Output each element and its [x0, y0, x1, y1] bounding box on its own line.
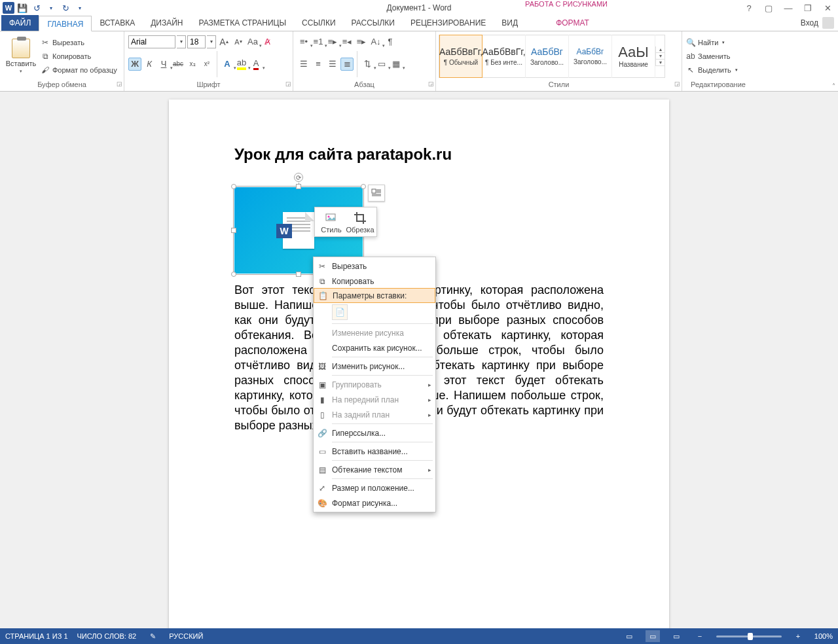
status-page[interactable]: СТРАНИЦА 1 ИЗ 1	[5, 632, 68, 640]
ctx-hyperlink[interactable]: 🔗Гиперссылка...	[314, 425, 435, 440]
ctx-change-picture[interactable]: Изменение рисунка	[314, 325, 435, 340]
styles-gallery[interactable]: АаБбВвГг,¶ Обычный АаБбВвГг,¶ Без инте..…	[439, 35, 665, 78]
shading-icon[interactable]: ▭	[375, 58, 388, 71]
handle-tc[interactable]	[296, 184, 301, 189]
style-heading2[interactable]: АаБбВгЗаголово...	[569, 35, 612, 78]
signin[interactable]: Вход	[801, 17, 834, 29]
ctx-send-back[interactable]: ▯На задний план▸	[314, 407, 435, 422]
find-button[interactable]: 🔍Найти▾	[686, 36, 738, 49]
decrease-indent-icon[interactable]: ≡◂	[340, 35, 354, 48]
crop-button[interactable]: Обрезка	[346, 210, 374, 234]
grow-font-icon[interactable]: A▴	[217, 35, 230, 48]
bullets-icon[interactable]: ≡•	[297, 35, 310, 48]
collapse-ribbon-icon[interactable]: ˄	[832, 82, 835, 90]
font-name-dropdown-icon[interactable]: ▾	[177, 35, 186, 48]
replace-button[interactable]: abЗаменить	[686, 50, 738, 63]
multilevel-icon[interactable]: ≡▸	[326, 35, 339, 48]
handle-tr[interactable]	[361, 184, 366, 189]
style-title[interactable]: АаЫНазвание	[612, 35, 655, 78]
sort-icon[interactable]: A↓	[369, 35, 382, 48]
font-name-input[interactable]	[128, 35, 175, 48]
zoom-label[interactable]: 100%	[814, 632, 833, 640]
style-heading1[interactable]: АаБбВгЗаголово...	[526, 35, 569, 78]
tab-design[interactable]: ДИЗАЙН	[143, 15, 191, 31]
clear-formatting-icon[interactable]: A̷	[261, 35, 274, 48]
rotate-handle-icon[interactable]: ⟳	[294, 173, 303, 182]
layout-options-icon[interactable]	[368, 185, 385, 202]
handle-bl[interactable]	[231, 272, 236, 277]
tab-page-layout[interactable]: РАЗМЕТКА СТРАНИЦЫ	[191, 15, 295, 31]
handle-bc[interactable]	[296, 272, 301, 277]
line-spacing-icon[interactable]: ⇅	[361, 58, 374, 71]
zoom-out-icon[interactable]: −	[693, 630, 707, 642]
find-dropdown-icon[interactable]: ▾	[722, 40, 725, 45]
ctx-copy[interactable]: ⧉Копировать	[314, 274, 435, 289]
font-name-combo[interactable]: ▾	[128, 35, 186, 48]
tab-home[interactable]: ГЛАВНАЯ	[39, 16, 92, 31]
handle-tl[interactable]	[231, 184, 236, 189]
handle-ml[interactable]	[231, 228, 236, 233]
style-normal[interactable]: АаБбВвГг,¶ Обычный	[439, 35, 483, 78]
ctx-edit-picture[interactable]: 🖼Изменить рисунок...	[314, 359, 435, 374]
ctx-format-picture[interactable]: 🎨Формат рисунка...	[314, 495, 435, 510]
numbering-icon[interactable]: ≡1	[312, 35, 325, 48]
font-size-dropdown-icon[interactable]: ▾	[207, 35, 216, 48]
status-language[interactable]: РУССКИЙ	[169, 632, 203, 640]
ctx-caption[interactable]: ▭Вставить название...	[314, 444, 435, 459]
align-justify-icon[interactable]: ≣	[340, 58, 354, 71]
close-icon[interactable]: ✕	[820, 2, 835, 14]
subscript-button[interactable]: x₂	[186, 58, 199, 71]
change-case-icon[interactable]: Aa	[246, 35, 259, 48]
undo-dropdown-icon[interactable]: ▾	[45, 1, 58, 14]
app-icon[interactable]: W	[3, 2, 14, 14]
tab-mailings[interactable]: РАССЫЛКИ	[344, 15, 403, 31]
shrink-font-icon[interactable]: A▾	[232, 35, 245, 48]
text-effects-icon[interactable]: A	[221, 58, 234, 71]
select-button[interactable]: ↖Выделить▾	[686, 63, 738, 77]
select-dropdown-icon[interactable]: ▾	[735, 67, 738, 73]
down-icon[interactable]: ▾	[656, 53, 665, 60]
qat-customize-icon[interactable]: ▾	[73, 1, 86, 14]
help-icon[interactable]: ?	[741, 2, 757, 14]
tab-references[interactable]: ССЫЛКИ	[294, 15, 343, 31]
para-dialog-icon[interactable]: ◲	[428, 80, 434, 87]
cut-button[interactable]: ✂Вырезать	[41, 36, 117, 49]
superscript-button[interactable]: x²	[200, 58, 213, 71]
ribbon-options-icon[interactable]: ▢	[761, 2, 776, 14]
paste-button[interactable]: Вставить ▾	[4, 39, 38, 74]
web-layout-icon[interactable]: ▭	[669, 630, 683, 642]
tab-review[interactable]: РЕЦЕНЗИРОВАНИЕ	[403, 15, 494, 31]
paste-dropdown-icon[interactable]: ▾	[20, 69, 22, 74]
redo-icon[interactable]: ↻	[59, 1, 72, 14]
tab-view[interactable]: ВИД	[494, 15, 526, 31]
tab-format[interactable]: ФОРМАТ	[548, 15, 597, 31]
maximize-icon[interactable]: ❐	[800, 2, 816, 14]
minimize-icon[interactable]: —	[780, 2, 796, 14]
underline-button[interactable]: Ч	[157, 58, 170, 71]
ctx-cut[interactable]: ✂Вырезать	[314, 259, 435, 274]
more-icon[interactable]: ▾	[656, 60, 665, 66]
save-icon[interactable]: 💾	[16, 1, 29, 14]
align-left-icon[interactable]: ☰	[297, 58, 310, 71]
highlight-icon[interactable]: ab	[235, 58, 248, 71]
borders-icon[interactable]: ▦	[390, 58, 403, 71]
copy-button[interactable]: ⧉Копировать	[41, 50, 117, 63]
strike-button[interactable]: abc	[172, 58, 185, 71]
up-icon[interactable]: ▴	[656, 46, 665, 53]
status-words[interactable]: ЧИСЛО СЛОВ: 82	[77, 632, 137, 640]
zoom-slider[interactable]	[716, 635, 782, 637]
font-dialog-icon[interactable]: ◲	[285, 80, 291, 87]
print-layout-icon[interactable]: ▭	[646, 630, 660, 642]
spellcheck-icon[interactable]: ✎	[145, 630, 160, 642]
style-nospacing[interactable]: АаБбВвГг,¶ Без инте...	[483, 35, 526, 78]
zoom-in-icon[interactable]: +	[791, 630, 805, 642]
paste-keep-icon[interactable]: 📄	[332, 304, 348, 320]
tab-file[interactable]: ФАЙЛ	[1, 15, 39, 31]
ctx-wrap-text[interactable]: ▤Обтекание текстом▸	[314, 462, 435, 477]
zoom-thumb[interactable]	[748, 633, 753, 640]
ctx-save-as-picture[interactable]: Сохранить как рисунок...	[314, 340, 435, 355]
styles-dialog-icon[interactable]: ◲	[674, 80, 680, 87]
ctx-paste-options[interactable]: 📋Параметры вставки:	[314, 288, 435, 303]
doc-heading[interactable]: Урок для сайта paratapok.ru	[234, 145, 604, 164]
show-marks-icon[interactable]: ¶	[384, 35, 397, 48]
